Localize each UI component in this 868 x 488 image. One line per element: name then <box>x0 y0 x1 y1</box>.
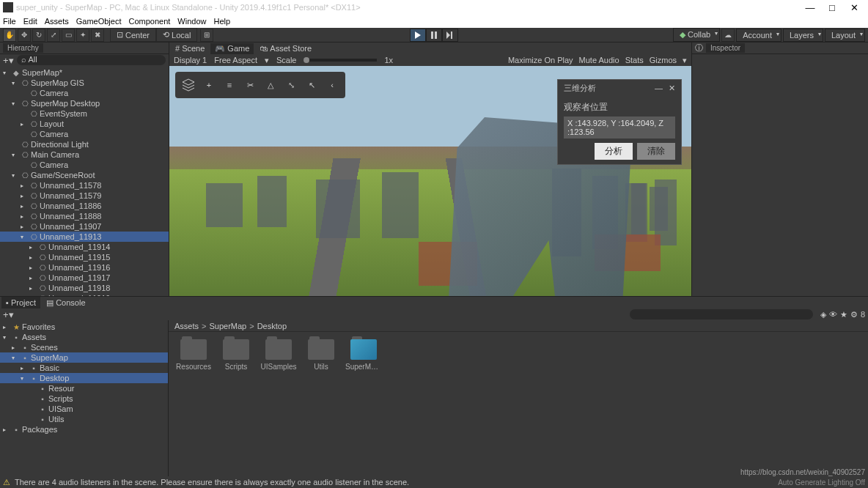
minimize-button[interactable]: — <box>799 2 821 13</box>
transform-tool-icon[interactable]: ✦ <box>76 29 89 42</box>
clear-button[interactable]: 清除 <box>637 143 675 160</box>
analyze-button[interactable]: 分析 <box>595 143 633 160</box>
hierarchy-item[interactable]: ▸⎔Unnamed_11578 <box>0 180 169 191</box>
game-view[interactable]: + ≡ ✂ △ ⤡ ↖ ‹ 三维分析 —✕ 观察者位置 X :143.928, … <box>169 66 691 296</box>
layers-dropdown[interactable]: Layers <box>783 29 823 42</box>
maximize-button[interactable]: □ <box>821 2 843 13</box>
menu-component[interactable]: Component <box>128 17 170 26</box>
measure-icon[interactable]: △ <box>260 75 281 95</box>
menu-window[interactable]: Window <box>177 17 206 26</box>
hierarchy-item[interactable]: ▸⎔Unnamed_11907 <box>0 221 169 232</box>
layout-dropdown[interactable]: Layout <box>825 29 865 42</box>
folder-item[interactable]: Utils <box>304 339 339 469</box>
display-dropdown[interactable]: Display 1 <box>174 56 207 64</box>
maximize-on-play[interactable]: Maximize On Play <box>508 56 573 65</box>
scene-tab[interactable]: #Scene <box>171 43 209 53</box>
pause-button[interactable] <box>426 29 442 42</box>
snap-icon[interactable]: ⊞ <box>200 29 213 42</box>
project-tree-item[interactable]: ▸★Favorites <box>0 322 168 332</box>
project-tree-item[interactable]: ▾▪Assets <box>0 332 168 342</box>
coord-field[interactable]: X :143.928, Y :164.2049, Z :123.56 <box>564 117 675 138</box>
add-icon[interactable]: + <box>199 75 219 95</box>
filter-icon[interactable]: ◈ <box>820 310 826 319</box>
hierarchy-item[interactable]: ▸⎔Unnamed_11916 <box>0 262 169 273</box>
project-tree-item[interactable]: ▪UISam <box>0 404 168 414</box>
step-button[interactable] <box>442 29 458 42</box>
folder-item[interactable]: SuperMap... <box>346 339 381 469</box>
minimize-icon[interactable]: — <box>655 84 663 93</box>
project-tree[interactable]: ▸★Favorites▾▪Assets▸▪Scenes▾▪SuperMap▸▪B… <box>0 320 169 476</box>
mute-audio[interactable]: Mute Audio <box>579 56 619 65</box>
cursor-icon[interactable]: ↖ <box>301 75 322 95</box>
play-button[interactable] <box>410 29 426 42</box>
close-icon[interactable]: ✕ <box>669 84 675 93</box>
project-tree-item[interactable]: ▸▪Basic <box>0 363 168 373</box>
project-tree-item[interactable]: ▪Utils <box>0 414 168 424</box>
hand-tool-icon[interactable]: ✋ <box>3 29 16 42</box>
menu-gameobject[interactable]: GameObject <box>76 17 122 26</box>
project-create-button[interactable]: +▾ <box>3 309 14 320</box>
project-tree-item[interactable]: ▸▪Packages <box>0 424 168 435</box>
hierarchy-item[interactable]: ▾⎔Unnamed_11913 <box>0 232 169 242</box>
pivot-local-button[interactable]: ⟲Local <box>156 28 197 42</box>
layers-icon[interactable] <box>178 75 199 95</box>
custom-tool-icon[interactable]: ✖ <box>91 29 104 42</box>
assetstore-tab[interactable]: 🛍Asset Store <box>255 43 316 53</box>
hierarchy-item[interactable]: ⎔Camera <box>0 160 169 170</box>
aspect-dropdown[interactable]: Free Aspect <box>214 56 257 64</box>
inspector-tab[interactable]: Inspector <box>706 43 745 53</box>
project-tree-item[interactable]: ▸▪Scenes <box>0 342 168 352</box>
game-tab[interactable]: 🎮Game <box>210 43 254 54</box>
hierarchy-tab[interactable]: Hierarchy <box>3 43 43 53</box>
create-button[interactable]: +▾ <box>3 55 14 66</box>
folder-grid[interactable]: ResourcesScriptsUISamplesUtilsSuperMap..… <box>169 332 868 476</box>
project-tree-item[interactable]: ▪Scripts <box>0 393 168 404</box>
project-tree-item[interactable]: ▪Resour <box>0 383 168 393</box>
hierarchy-search[interactable]: ⌕ All <box>17 55 166 65</box>
project-tree-item[interactable]: ▾▪Desktop <box>0 373 168 383</box>
cloud-icon[interactable]: ☁ <box>721 29 735 42</box>
hierarchy-item[interactable]: ⎔Camera <box>0 129 169 139</box>
hierarchy-item[interactable]: ▾⎔Game/SceneRoot <box>0 170 169 180</box>
project-search[interactable] <box>630 309 813 319</box>
eye-icon[interactable]: 👁 <box>829 310 837 319</box>
pivot-center-button[interactable]: ⊡Center <box>110 28 156 42</box>
rotate-tool-icon[interactable]: ↻ <box>32 29 45 42</box>
hierarchy-item[interactable]: ▸⎔Unnamed_11886 <box>0 201 169 211</box>
breadcrumb[interactable]: Assets > SuperMap > Desktop <box>169 320 868 332</box>
hierarchy-item[interactable]: ⎔Camera <box>0 88 169 98</box>
hierarchy-item[interactable]: ▸⎔Unnamed_11888 <box>0 211 169 221</box>
folder-item[interactable]: Resources <box>176 339 211 469</box>
hierarchy-item[interactable]: ▾⎔Main Camera <box>0 149 169 160</box>
project-tab[interactable]: ▪Project <box>1 297 40 308</box>
scale-tool-icon[interactable]: ⤢ <box>47 29 60 42</box>
hierarchy-item[interactable]: ⎔Directional Light <box>0 139 169 149</box>
hierarchy-item[interactable]: ▸⎔Unnamed_11914 <box>0 242 169 252</box>
hierarchy-item[interactable]: ▸⎔Unnamed_11918 <box>0 283 169 293</box>
menu-assets[interactable]: Assets <box>45 17 69 26</box>
move-tool-icon[interactable]: ✥ <box>18 29 31 42</box>
menu-edit[interactable]: Edit <box>23 17 37 26</box>
rect-tool-icon[interactable]: ▭ <box>62 29 75 42</box>
hierarchy-item[interactable]: ▾⎔SuperMap Desktop <box>0 98 169 108</box>
folder-item[interactable]: UISamples <box>261 339 296 469</box>
hierarchy-tree[interactable]: ▾◆SuperMap*▾⎔SuperMap GIS⎔Camera▾⎔SuperM… <box>0 66 169 296</box>
account-dropdown[interactable]: Account <box>736 29 781 42</box>
close-button[interactable]: ✕ <box>843 2 865 13</box>
hierarchy-item[interactable]: ⎔EventSystem <box>0 108 169 119</box>
hierarchy-item[interactable]: ▸⎔Unnamed_11917 <box>0 273 169 283</box>
console-tab[interactable]: ▤Console <box>42 297 89 308</box>
chevron-left-icon[interactable]: ‹ <box>322 75 342 95</box>
folder-item[interactable]: Scripts <box>218 339 254 469</box>
star-icon[interactable]: ★ <box>840 310 847 319</box>
gizmos-dropdown[interactable]: Gizmos <box>650 56 677 65</box>
slider-icon[interactable]: ⚙ <box>850 310 858 319</box>
list-icon[interactable]: ≡ <box>219 75 240 95</box>
project-tree-item[interactable]: ▾▪SuperMap <box>0 352 168 363</box>
hierarchy-item[interactable]: ▸⎔Unnamed_11579 <box>0 191 169 201</box>
hierarchy-item[interactable]: ▾⎔SuperMap GIS <box>0 78 169 88</box>
collab-dropdown[interactable]: ◆ Collab <box>673 28 720 42</box>
scale-slider[interactable] <box>304 59 377 62</box>
menu-help[interactable]: Help <box>213 17 230 26</box>
hierarchy-item[interactable]: ▸⎔Unnamed_11915 <box>0 252 169 262</box>
